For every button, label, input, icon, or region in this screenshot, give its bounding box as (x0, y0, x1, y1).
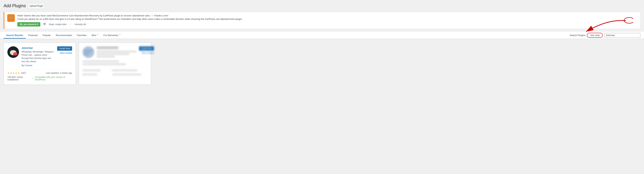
plugin-actions-2: Install Now More Details (139, 46, 154, 54)
cart-icon: 🛒 (9, 16, 14, 20)
svg-rect-10 (84, 50, 93, 51)
rating-count-joinchat: (187) (21, 72, 26, 74)
last-updated-joinchat: Last Updated: 3 weeks ago (46, 72, 72, 74)
plugin-logo-joinchat (8, 46, 19, 58)
star-2: ★ (10, 72, 12, 75)
star-3: ★ (12, 72, 15, 75)
svg-point-8 (16, 54, 16, 54)
plugin-card-joinchat: Joinchat WhatsApp, Messenger, Telegram, … (4, 43, 76, 85)
notice-banner: 🛒 Hello! Seems like you have used WooCom… (4, 12, 640, 29)
notice-content: Hello! Seems like you have used WooComme… (17, 14, 637, 26)
plugin-card-header: Joinchat WhatsApp, Messenger, Telegram, … (8, 46, 72, 67)
plugin-meta-bottom-joinchat: 700,000+ Active Installations ✓ Compatib… (8, 76, 72, 81)
plugin-author-joinchat: By Creame (22, 64, 54, 67)
tab-favorites[interactable]: Favorites (74, 32, 89, 39)
already-did-button[interactable]: I already did (74, 23, 86, 26)
joinchat-logo-svg (8, 46, 19, 58)
plugin-card-2: Install Now More Details (79, 43, 151, 85)
more-details-link-joinchat[interactable]: More Details (60, 52, 72, 54)
tab-search-results[interactable]: Search Results (4, 32, 26, 39)
install-now-button-joinchat[interactable]: Install Now (57, 46, 72, 51)
tab-popular[interactable]: Popular (40, 32, 53, 39)
tab-recommended[interactable]: Recommended (53, 32, 74, 39)
rating-stars: ★ ★ ★ ★ ★ (8, 72, 20, 75)
plugin-rating-joinchat: ★ ★ ★ ★ ★ (187) (8, 72, 26, 75)
notice-actions: Ok, you deserve it 📅 Nope, maybe later ↩… (17, 22, 637, 26)
tab-featured[interactable]: Featured (26, 32, 40, 39)
tabs-bar: Search Results Featured Popular Recommen… (0, 32, 644, 39)
page-title: Add Plugins (4, 3, 26, 9)
checkmark-icon: ✓ (32, 77, 34, 80)
tab-woo[interactable]: Woo ↗ (89, 32, 101, 38)
deserve-it-button[interactable]: Ok, you deserve it (17, 22, 40, 26)
plugin-desc-joinchat: WhatsApp, Messenger, Telegram, Phone cal… (22, 50, 54, 63)
blurred-content: Install Now More Details (82, 46, 147, 76)
plugin-author-link-joinchat[interactable]: Creame (24, 64, 32, 67)
notice-text-secondary: Could you please do us a BIG favor and g… (17, 18, 637, 20)
svg-rect-11 (84, 52, 91, 53)
plugin-info-2 (97, 46, 136, 58)
star-1: ★ (8, 72, 10, 75)
svg-rect-12 (84, 54, 89, 55)
search-label: Search Plugins (570, 34, 586, 37)
search-input[interactable] (604, 33, 640, 37)
plugin-info-joinchat: Joinchat WhatsApp, Messenger, Telegram, … (22, 46, 54, 67)
plugin-actions-joinchat: Install Now More Details (57, 46, 72, 54)
plugin-logo-2 (82, 46, 94, 58)
search-area: Search Plugins Join chat (566, 32, 644, 39)
nope-button[interactable]: Nope, maybe later (49, 23, 66, 26)
upload-plugin-button[interactable]: Upload Plugin (28, 3, 45, 9)
notice-text-primary: Hello! Seems like you have used WooComme… (17, 14, 637, 17)
star-5: ★ (18, 72, 20, 75)
tab-for-elementor[interactable]: For Elementor ↗ (101, 32, 123, 38)
star-4: ★ (15, 72, 17, 75)
compatible-joinchat: ✓ Compatible with your version of WordPr… (32, 76, 72, 81)
notice-icon: 🛒 (7, 14, 15, 22)
installs-joinchat: 700,000+ Active Installations (8, 76, 32, 81)
plugin-card-header-2: Install Now More Details (82, 46, 147, 58)
tabs-left: Search Results Featured Popular Recommen… (0, 32, 123, 38)
plugin-name-joinchat: Joinchat (22, 46, 54, 49)
joinchat-search-value[interactable]: Join chat (587, 33, 603, 38)
plugin-meta-joinchat: ★ ★ ★ ★ ★ (187) Last Updated: 3 weeks ag… (8, 69, 72, 75)
plugins-grid: Joinchat WhatsApp, Messenger, Telegram, … (4, 43, 640, 85)
svg-point-4 (13, 52, 18, 56)
svg-point-7 (14, 54, 15, 54)
svg-rect-9 (82, 46, 94, 58)
